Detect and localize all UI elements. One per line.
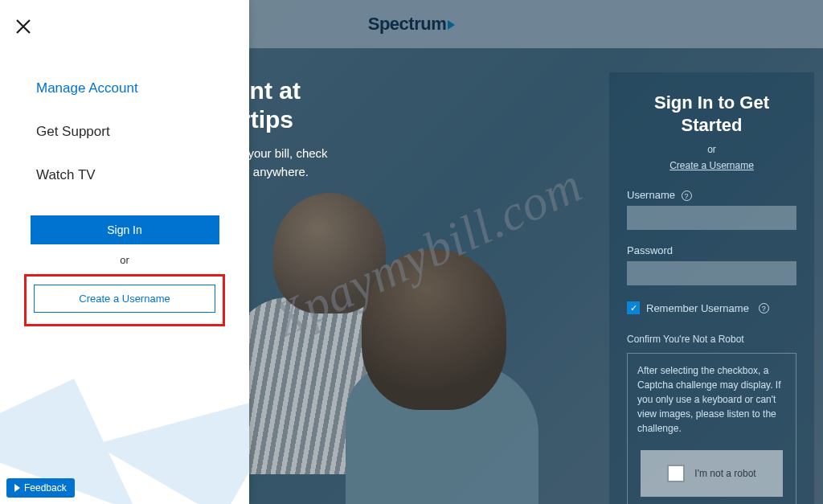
signin-title: Sign In to Get Started — [627, 92, 796, 136]
feedback-button[interactable]: Feedback — [6, 478, 75, 498]
captcha-label: I'm not a robot — [694, 466, 755, 481]
captcha-checkbox[interactable] — [667, 465, 685, 482]
highlighted-annotation: Create a Username — [24, 274, 225, 326]
help-icon[interactable]: ? — [682, 191, 692, 201]
captcha-widget[interactable]: I'm not a robot — [641, 450, 783, 497]
remember-row[interactable]: ✓ Remember Username ? — [627, 301, 796, 314]
help-icon[interactable]: ? — [759, 303, 769, 313]
create-username-link[interactable]: Create a Username — [627, 160, 796, 171]
robot-section-title: Confirm You're Not a Robot — [627, 334, 796, 345]
password-input[interactable] — [627, 261, 796, 285]
side-drawer: Manage Account Get Support Watch TV Sign… — [0, 0, 249, 504]
create-username-button[interactable]: Create a Username — [34, 285, 215, 313]
signin-or: or — [627, 144, 796, 155]
sign-in-button[interactable]: Sign In — [31, 215, 219, 244]
remember-checkbox[interactable]: ✓ — [627, 301, 640, 314]
drawer-or: or — [8, 254, 241, 266]
play-icon — [14, 484, 20, 492]
menu-get-support[interactable]: Get Support — [36, 114, 213, 158]
menu-watch-tv[interactable]: Watch TV — [36, 158, 213, 201]
robot-info-box: After selecting the checkbox, a Captcha … — [627, 353, 796, 504]
hero-image — [257, 193, 595, 498]
close-icon[interactable] — [8, 18, 39, 38]
username-label: Username ? — [627, 189, 796, 201]
username-input[interactable] — [627, 206, 796, 230]
feedback-label: Feedback — [24, 482, 67, 494]
remember-label: Remember Username — [646, 302, 749, 314]
password-label: Password — [627, 244, 796, 256]
menu-manage-account[interactable]: Manage Account — [36, 71, 213, 114]
drawer-menu: Manage Account Get Support Watch TV — [8, 71, 241, 201]
signin-panel: Sign In to Get Started or Create a Usern… — [609, 72, 814, 504]
